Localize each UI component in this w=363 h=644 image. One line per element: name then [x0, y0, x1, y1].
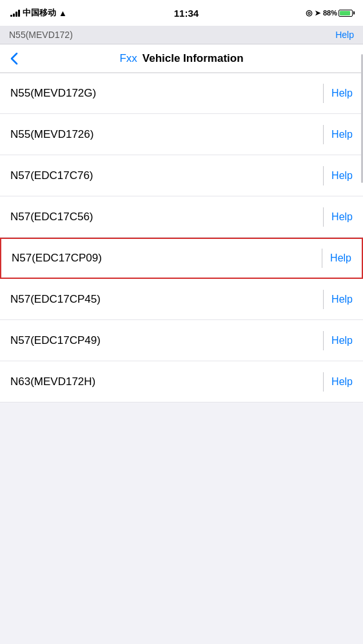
item-help-button[interactable]: Help — [331, 294, 353, 305]
status-bar-time: 11:34 — [174, 8, 199, 19]
item-divider — [323, 372, 324, 392]
item-label: N63(MEVD172H) — [10, 375, 323, 388]
item-help-button[interactable]: Help — [331, 170, 353, 182]
list-item[interactable]: N57(EDC17CP45)Help — [0, 279, 363, 320]
item-divider — [323, 84, 324, 103]
battery-fill — [340, 11, 350, 15]
item-help-button[interactable]: Help — [331, 211, 353, 223]
item-label: N57(EDC17CP09) — [12, 252, 322, 265]
list-item[interactable]: N63(MEVD172H)Help — [0, 361, 363, 402]
battery-percent: 88% — [323, 9, 337, 17]
prev-help-label[interactable]: Help — [335, 30, 354, 40]
status-bar-right: ◎ ➤ 88% — [306, 8, 353, 17]
list-item[interactable]: N55(MEVD1726)Help — [0, 114, 363, 155]
item-divider — [323, 290, 324, 309]
item-label: N55(MEVD172G) — [10, 87, 323, 100]
list-item[interactable]: N57(EDC17C56)Help — [0, 196, 363, 238]
list-item[interactable]: N57(EDC17CP09)Help — [0, 238, 363, 279]
list-container: N55(MEVD172G)HelpN55(MEVD1726)HelpN57(ED… — [0, 73, 363, 402]
item-divider — [322, 249, 322, 268]
carrier-label: 中国移动 — [23, 7, 56, 19]
prev-screen-label: N55(MEVD172) — [9, 30, 73, 40]
item-label: N55(MEVD1726) — [10, 128, 323, 141]
item-divider — [323, 207, 324, 227]
battery: 88% — [323, 9, 353, 17]
status-bar: 中国移动 ▲ 11:34 ◎ ➤ 88% — [0, 0, 363, 26]
status-bar-left: 中国移动 ▲ — [10, 7, 67, 19]
nav-bar: Fxx Vehicle Information — [0, 44, 363, 73]
item-divider — [323, 166, 324, 185]
item-help-button[interactable]: Help — [331, 335, 353, 346]
item-label: N57(EDC17CP45) — [10, 293, 323, 306]
nav-title: Vehicle Information — [142, 52, 244, 65]
item-help-button[interactable]: Help — [330, 252, 351, 264]
item-label: N57(EDC17C56) — [10, 211, 323, 223]
list-item[interactable]: N57(EDC17CP49)Help — [0, 320, 363, 361]
item-divider — [323, 125, 324, 144]
item-help-button[interactable]: Help — [331, 88, 353, 99]
nav-title-group: Fxx Vehicle Information — [0, 52, 363, 65]
item-divider — [323, 331, 324, 350]
list-item[interactable]: N55(MEVD172G)Help — [0, 73, 363, 114]
battery-body — [338, 10, 353, 17]
list-item[interactable]: N57(EDC17C76)Help — [0, 155, 363, 196]
item-help-button[interactable]: Help — [331, 129, 353, 140]
arrow-icon: ➤ — [315, 9, 320, 17]
location-icon: ◎ — [306, 8, 312, 17]
item-label: N57(EDC17C76) — [10, 169, 323, 182]
back-button[interactable] — [10, 52, 18, 65]
item-label: N57(EDC17CP49) — [10, 334, 323, 347]
signal-icon — [10, 9, 20, 17]
nav-subtitle: Fxx — [119, 52, 137, 65]
wifi-icon: ▲ — [59, 8, 67, 18]
item-help-button[interactable]: Help — [331, 376, 353, 388]
